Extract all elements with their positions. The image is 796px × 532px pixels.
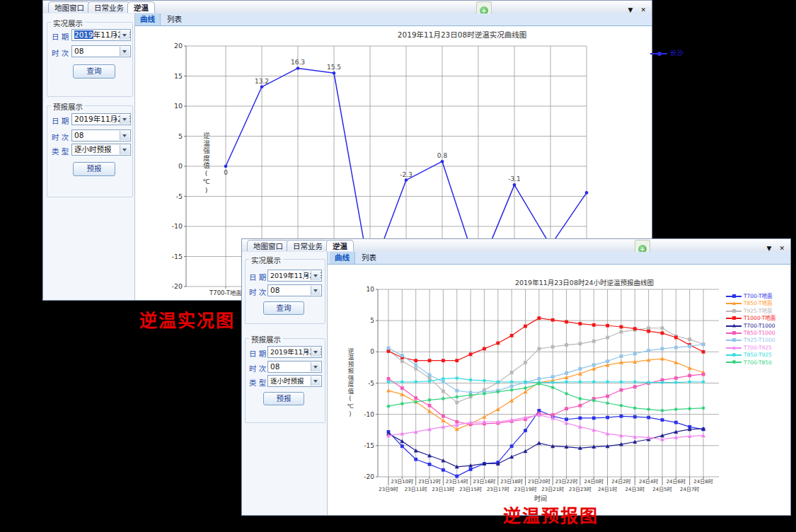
window-buttons: ▼ ✕ <box>623 1 646 11</box>
svg-text:-5: -5 <box>176 192 183 200</box>
chevron-down-icon[interactable] <box>120 47 129 56</box>
chevron-down-icon[interactable] <box>311 286 321 295</box>
tab-inversion[interactable]: 逆温 <box>127 1 155 13</box>
query-panel: 实况展示 日 期 2019年11月23日 时 次 08 查询 预报展示 <box>43 13 135 300</box>
svg-text:-15: -15 <box>364 442 374 449</box>
svg-text:24日2时: 24日2时 <box>611 478 630 485</box>
svg-text:24日7时: 24日7时 <box>680 486 699 492</box>
query-button[interactable]: 查询 <box>73 64 115 79</box>
live-time-combo[interactable]: 08 <box>71 45 131 57</box>
desktop: 地图窗口 日常业务 逆温 + ▼ ✕ 实况展示 日 期 2019年11月23日 <box>0 0 796 532</box>
series-T700-T1000 <box>386 427 705 468</box>
svg-text:-20: -20 <box>364 473 374 480</box>
legend-label: 长沙 <box>670 49 683 57</box>
chevron-down-icon[interactable] <box>120 115 129 124</box>
tab-daily-business[interactable]: 日常业务 <box>287 240 329 251</box>
live-time-combo[interactable]: 08 <box>267 284 322 296</box>
svg-text:24日5时: 24日5时 <box>652 486 671 492</box>
live-date-input[interactable]: 2019年11月23日 <box>71 29 131 41</box>
svg-text:24日8时: 24日8时 <box>693 478 713 485</box>
add-tab-button[interactable]: + <box>476 1 492 14</box>
svg-text:0: 0 <box>224 169 228 176</box>
forecast-chart-svg: 1050-5-10-15-2023日9时23日10时23日11时23日12时23… <box>328 264 792 516</box>
chevron-down-icon[interactable] <box>311 376 321 386</box>
svg-text:0: 0 <box>178 162 183 170</box>
forecast-date-input[interactable]: 2019年11月23日 <box>71 113 131 125</box>
chevron-down-icon[interactable] <box>120 131 129 140</box>
svg-text:23日18时: 23日18时 <box>500 478 523 485</box>
type-label: 类 型 <box>52 146 69 156</box>
date-label: 日 期 <box>249 272 266 282</box>
svg-text:23日11时: 23日11时 <box>405 486 427 492</box>
date-spinner[interactable] <box>113 30 120 40</box>
window-body: 实况展示 日 期 2019年11月23日 时 次 08 查询 预报展示 日 期 <box>242 252 790 515</box>
svg-text:15: 15 <box>174 72 183 80</box>
forecast-time-combo[interactable]: 08 <box>71 129 131 141</box>
tab-map-window[interactable]: 地图窗口 <box>247 240 289 251</box>
tab-inversion[interactable]: 逆温 <box>326 240 354 251</box>
svg-text:16.3: 16.3 <box>291 59 305 66</box>
svg-text:23日15时: 23日15时 <box>459 486 482 492</box>
series-T925-T1000 <box>387 342 705 394</box>
live-date-input[interactable]: 2019年11月23日 <box>267 270 322 282</box>
query-button[interactable]: 查询 <box>263 301 304 315</box>
svg-text:-2.3: -2.3 <box>400 171 413 178</box>
time-label: 时 次 <box>249 287 266 297</box>
svg-text:23日22时: 23日22时 <box>555 478 578 485</box>
forecast-date-input[interactable]: 2019年11月23日 <box>267 346 322 358</box>
chevron-down-icon[interactable] <box>120 145 129 154</box>
svg-text:23日20时: 23日20时 <box>528 478 550 485</box>
date-spinner[interactable] <box>304 347 311 357</box>
svg-text:23日23时: 23日23时 <box>569 486 592 492</box>
time-value: 08 <box>270 286 279 294</box>
chevron-down-icon[interactable] <box>120 30 129 40</box>
tab-daily-business[interactable]: 日常业务 <box>88 1 130 13</box>
svg-text:-5: -5 <box>368 380 374 387</box>
svg-text:-3.1: -3.1 <box>508 175 521 183</box>
time-value: 08 <box>74 47 83 55</box>
tab-list[interactable]: 列表 <box>357 252 381 264</box>
date-label: 日 期 <box>249 348 266 359</box>
date-spinner[interactable] <box>304 271 311 280</box>
chevron-down-icon[interactable] <box>311 362 321 371</box>
forecast-type-combo[interactable]: 逐小时预报 <box>267 375 322 387</box>
svg-text:24日1时: 24日1时 <box>598 486 617 492</box>
chevron-down-icon[interactable] <box>311 271 321 280</box>
time-label: 时 次 <box>249 363 266 374</box>
window-buttons: ▼ ✕ <box>762 240 785 250</box>
tab-curve[interactable]: 曲线 <box>330 252 355 264</box>
svg-text:23日17时: 23日17时 <box>487 486 509 492</box>
type-value: 逐小时预报 <box>270 377 304 385</box>
main-tabstrip-1: 地图窗口 日常业务 逆温 + ▼ ✕ <box>43 1 652 14</box>
legend: 长沙 <box>650 47 683 57</box>
tab-map-window[interactable]: 地图窗口 <box>48 1 91 13</box>
grid <box>376 289 719 477</box>
svg-text:10: 10 <box>174 102 183 110</box>
svg-text:23日19时: 23日19时 <box>514 486 537 492</box>
forecast-button[interactable]: 预报 <box>73 162 115 176</box>
svg-text:13.2: 13.2 <box>255 78 269 85</box>
svg-text:0.8: 0.8 <box>437 152 448 159</box>
forecast-button[interactable]: 预报 <box>263 392 304 405</box>
time-value: 08 <box>270 362 279 371</box>
svg-text:-15: -15 <box>171 253 183 260</box>
tab-list[interactable]: 列表 <box>162 13 187 25</box>
svg-text:-10: -10 <box>364 411 374 418</box>
tab-curve[interactable]: 曲线 <box>135 13 161 25</box>
forecast-type-combo[interactable]: 逐小时预报 <box>71 144 131 156</box>
svg-text:-10: -10 <box>171 222 183 230</box>
svg-text:24日6时: 24日6时 <box>667 478 686 485</box>
svg-text:23日12时: 23日12时 <box>418 478 441 485</box>
svg-text:24日4时: 24日4时 <box>639 478 658 485</box>
svg-text:23日21时: 23日21时 <box>541 486 564 492</box>
add-tab-button[interactable]: + <box>635 240 650 253</box>
date-year-selected: 2019 <box>74 30 93 39</box>
date-spinner[interactable] <box>113 115 120 124</box>
forecast-time-combo[interactable]: 08 <box>267 361 322 373</box>
group-title: 预报展示 <box>249 334 283 345</box>
chart-main-area: 曲线 列表 2019年11月23日08时24小时逆温预报曲线图 逆温预报强度值(… <box>328 252 790 515</box>
svg-text:23日9时: 23日9时 <box>379 486 398 492</box>
svg-text:-20: -20 <box>171 282 183 290</box>
chevron-down-icon[interactable] <box>311 347 321 357</box>
svg-text:23日13时: 23日13时 <box>432 486 454 492</box>
